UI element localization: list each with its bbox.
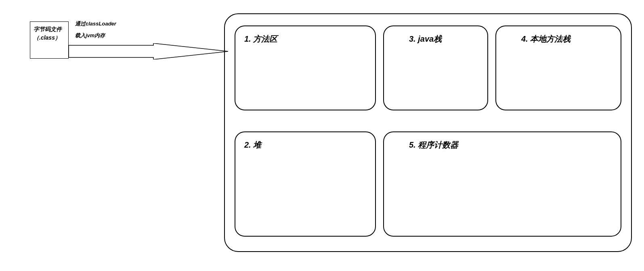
arrow-label: 通过classLoader 载入jvm内存 (75, 18, 116, 41)
method-area-box: 1. 方法区 (235, 25, 376, 110)
arrow-label-line1: 通过classLoader (75, 18, 116, 30)
class-file-label: 字节码文件（.class） (34, 26, 62, 41)
arrow-icon (69, 43, 228, 59)
java-stack-box: 3. java栈 (383, 25, 488, 110)
arrow-label-line2: 载入jvm内存 (75, 30, 116, 42)
method-area-label: 1. 方法区 (244, 34, 277, 43)
heap-label: 2. 堆 (244, 140, 261, 149)
native-method-stack-label: 4. 本地方法栈 (505, 34, 612, 44)
java-stack-label: 3. java栈 (393, 34, 478, 44)
heap-box: 2. 堆 (235, 131, 376, 237)
program-counter-box: 5. 程序计数器 (383, 131, 621, 237)
class-file-box: 字节码文件（.class） (30, 21, 69, 59)
program-counter-label: 5. 程序计数器 (393, 140, 612, 150)
jvm-memory-container: 1. 方法区 3. java栈 4. 本地方法栈 2. 堆 5. 程序计数器 (224, 13, 632, 252)
native-method-stack-box: 4. 本地方法栈 (495, 25, 621, 110)
